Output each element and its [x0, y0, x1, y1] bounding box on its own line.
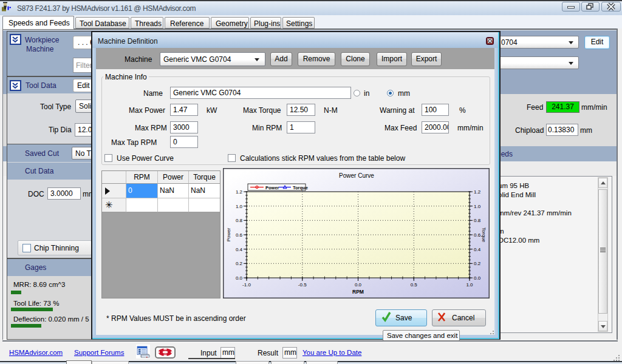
svg-text:Torque: Torque — [481, 228, 487, 243]
svg-text:0.2: 0.2 — [236, 261, 243, 266]
svg-text:RPM: RPM — [352, 289, 364, 295]
svg-text:0.5: 0.5 — [411, 282, 418, 288]
svg-text:-0.5: -0.5 — [298, 282, 307, 288]
svg-text:0.0: 0.0 — [236, 275, 243, 281]
svg-text:0.2: 0.2 — [474, 261, 481, 266]
svg-text:1.0: 1.0 — [236, 204, 243, 209]
svg-text:0.0: 0.0 — [355, 282, 362, 288]
svg-text:Power: Power — [265, 185, 279, 190]
svg-text:0.4: 0.4 — [236, 247, 243, 252]
svg-text:1.2: 1.2 — [236, 189, 243, 195]
svg-text:0.8: 0.8 — [474, 218, 481, 223]
svg-text:Power Curve: Power Curve — [339, 172, 374, 179]
svg-text:0.6: 0.6 — [236, 232, 243, 238]
svg-text:1.0: 1.0 — [466, 282, 473, 288]
svg-text:Power: Power — [226, 228, 231, 241]
svg-text:Torque: Torque — [293, 185, 308, 190]
svg-text:1.2: 1.2 — [474, 189, 481, 195]
svg-text:1.0: 1.0 — [474, 204, 481, 209]
svg-text:0.8: 0.8 — [236, 218, 243, 223]
svg-text:-1.0: -1.0 — [242, 282, 251, 288]
svg-text:0.6: 0.6 — [474, 232, 481, 238]
svg-text:0.4: 0.4 — [474, 247, 481, 252]
svg-text:0.0: 0.0 — [474, 275, 481, 281]
